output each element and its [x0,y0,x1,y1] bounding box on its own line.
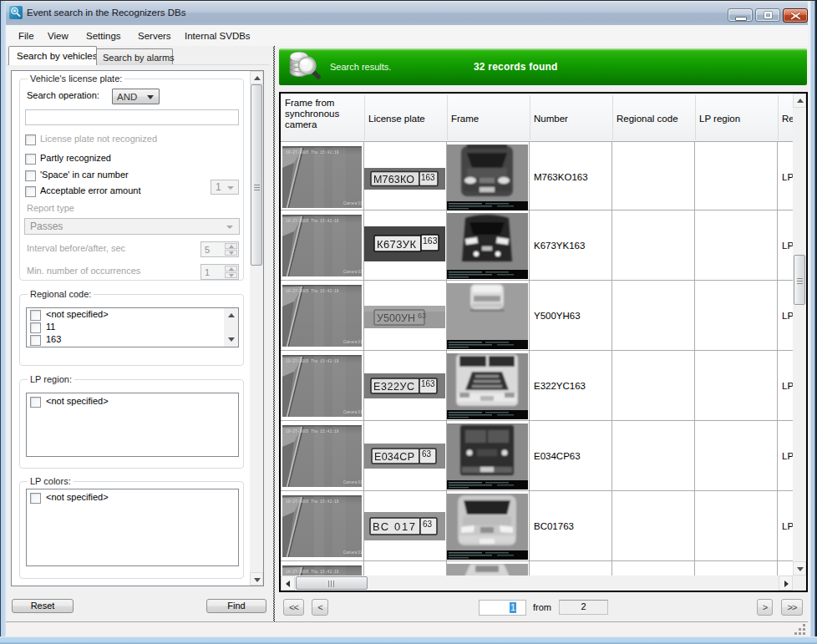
svg-text:К673УК: К673УК [377,238,416,251]
svg-text:У500УН: У500УН [377,312,415,324]
svg-text:ВС 017: ВС 017 [373,520,415,533]
svg-text:63: 63 [418,312,426,320]
svg-text:163: 163 [423,236,438,246]
svg-text:М763КО: М763КО [373,174,414,185]
svg-text:63: 63 [422,449,432,459]
svg-text:Е322УС: Е322УС [373,381,414,393]
svg-text:163: 163 [421,173,435,182]
svg-text:163: 163 [421,379,435,388]
svg-text:Е034СР: Е034СР [374,451,414,463]
svg-text:63: 63 [423,520,433,529]
